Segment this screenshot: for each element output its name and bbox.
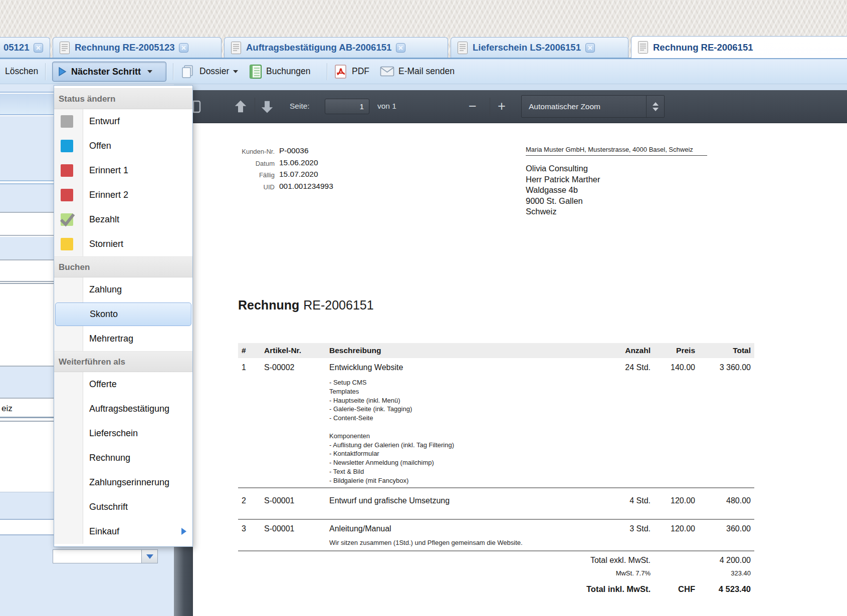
row-details: - Setup CMS Templates - Hauptseite (inkl… xyxy=(329,378,610,485)
menu-item-entwurf[interactable]: Entwurf xyxy=(54,109,192,134)
cell-qty: 3 Std. xyxy=(596,524,654,533)
menu-item-label: Offen xyxy=(89,141,111,151)
pdf-toolbar: Seite: von 1 − + Automatischer Zoom xyxy=(174,90,847,123)
next-step-label: Nächster Schritt xyxy=(71,67,141,77)
row-separator xyxy=(238,519,754,520)
send-email-label: E-Mail senden xyxy=(398,66,455,77)
menu-item-label: Entwurf xyxy=(89,116,120,127)
combobox-dropdown-button[interactable] xyxy=(141,549,158,563)
tab-label: Auftragsbestätigung AB-2006151 xyxy=(246,42,391,53)
total-incl-label: Total inkl. MwSt. xyxy=(329,584,654,594)
meta-label: Kunden-Nr. xyxy=(238,145,275,157)
menu-item-label: Zahlung xyxy=(89,284,122,295)
toolbar-separator xyxy=(173,63,174,80)
status-entwurf-icon xyxy=(61,115,73,128)
send-email-button[interactable]: E-Mail senden xyxy=(380,59,455,84)
menu-item-einkauf[interactable]: Einkauf xyxy=(54,519,192,544)
tab-label: Rechnung RE-2006151 xyxy=(653,42,753,53)
tab-bar: 05121 Rechnung RE-2005123 Auftragsbestät… xyxy=(0,35,847,59)
col-header-description: Beschreibung xyxy=(329,343,596,358)
close-icon[interactable] xyxy=(396,43,405,53)
close-icon[interactable] xyxy=(179,43,188,53)
menu-item-label: Gutschrift xyxy=(89,502,128,512)
menu-header-buchen: Buchen xyxy=(54,256,192,277)
invoice-table: # Artikel-Nr. Beschreibung Anzahl Preis … xyxy=(238,343,754,616)
row-separator xyxy=(238,487,754,488)
col-header-pos: # xyxy=(238,343,264,358)
receipt-icon xyxy=(59,41,70,55)
bookings-button[interactable]: Buchungen xyxy=(249,59,311,84)
menu-item-mehrertrag[interactable]: Mehrertrag xyxy=(54,327,192,351)
menu-item-erinnert-1[interactable]: Erinnert 1 xyxy=(54,158,192,183)
menu-item-offen[interactable]: Offen xyxy=(54,134,192,158)
cell-pos: 2 xyxy=(238,496,264,505)
toolbar-separator xyxy=(327,63,328,80)
pdf-label: PDF xyxy=(352,66,369,77)
dossier-icon xyxy=(180,64,195,79)
tab-re-2005121[interactable]: 05121 xyxy=(0,37,50,58)
vat-label: MwSt. 7.7% xyxy=(329,569,654,577)
page-number-input[interactable] xyxy=(325,99,369,114)
menu-item-label: Offerte xyxy=(89,379,117,390)
menu-item-label: Zahlungserinnerung xyxy=(89,477,169,488)
cell-price: 120.00 xyxy=(654,496,700,505)
page-count-label: von 1 xyxy=(377,102,396,111)
dossier-button[interactable]: Dossier xyxy=(180,59,238,84)
zoom-select[interactable]: Automatischer Zoom xyxy=(521,95,665,118)
menu-item-offerte[interactable]: Offerte xyxy=(54,372,192,397)
total-excl-value: 4 200.00 xyxy=(700,556,754,565)
col-header-total: Total xyxy=(700,343,754,358)
recipient-address: Olivia Consulting Herr Patrick Marther W… xyxy=(526,163,600,217)
next-step-button[interactable]: Nächster Schritt xyxy=(52,62,166,82)
delete-button[interactable]: Löschen xyxy=(5,59,38,84)
menu-header-weiterfuehren-als: Weiterführen als xyxy=(54,351,192,372)
menu-item-label: Mehrertrag xyxy=(89,334,133,344)
col-header-price: Preis xyxy=(654,343,700,358)
menu-item-rechnung[interactable]: Rechnung xyxy=(54,446,192,470)
totals-row-excl: Total exkl. MwSt. 4 200.00 xyxy=(238,556,754,565)
menu-item-label: Storniert xyxy=(89,239,123,249)
pdf-button[interactable]: PDF xyxy=(334,59,369,84)
menu-item-lieferschein[interactable]: Lieferschein xyxy=(54,421,192,446)
zoom-in-button[interactable]: + xyxy=(498,97,506,115)
vat-value: 323.40 xyxy=(700,569,754,577)
menu-item-skonto[interactable]: Skonto xyxy=(55,302,191,326)
pane-border-strip xyxy=(174,84,847,90)
cell-description: Entwurf und grafische Umsetzung xyxy=(329,496,596,505)
app-toolbar: Löschen Nächster Schritt Dossier Buchung… xyxy=(0,59,847,84)
chevron-down-icon xyxy=(147,70,152,73)
submenu-arrow-icon xyxy=(181,528,186,535)
menu-item-label: Einkauf xyxy=(89,526,119,537)
chevron-down-icon xyxy=(146,554,153,559)
meta-value: 001.001234993 xyxy=(279,181,333,193)
menu-item-zahlungserinnerung[interactable]: Zahlungserinnerung xyxy=(54,470,192,495)
menu-item-gutschrift[interactable]: Gutschrift xyxy=(54,495,192,519)
tab-lieferschein-ls-2006151[interactable]: Lieferschein LS-2006151 xyxy=(451,37,628,58)
page-down-icon[interactable] xyxy=(260,99,275,114)
menu-item-erinnert-2[interactable]: Erinnert 2 xyxy=(54,183,192,207)
sender-line: Maria Muster GmbH, Musterstrasse, 4000 B… xyxy=(526,146,707,156)
total-incl-value: 4 523.40 xyxy=(700,584,754,594)
table-row: 1 S-00002 Entwicklung Website 24 Std. 14… xyxy=(238,363,754,372)
bookings-label: Buchungen xyxy=(266,66,311,77)
menu-item-auftragsbestaetigung[interactable]: Auftragsbestätigung xyxy=(54,397,192,421)
tab-auftragsbestaetigung-ab-2006151[interactable]: Auftragsbestätigung AB-2006151 xyxy=(224,37,448,58)
cell-pos: 1 xyxy=(238,363,264,372)
close-icon[interactable] xyxy=(34,43,43,53)
tab-rechnung-re-2006151[interactable]: Rechnung RE-2006151 xyxy=(631,36,847,58)
meta-label: Datum xyxy=(238,157,275,169)
combobox-input[interactable] xyxy=(53,549,141,563)
menu-item-storniert[interactable]: Storniert xyxy=(54,232,192,256)
menu-item-label: Skonto xyxy=(90,309,118,320)
tab-rechnung-re-2005123[interactable]: Rechnung RE-2005123 xyxy=(53,37,222,58)
page-up-icon[interactable] xyxy=(233,99,248,114)
zoom-out-button[interactable]: − xyxy=(469,97,477,115)
cell-description: Entwicklung Website xyxy=(329,363,596,372)
menu-item-bezahlt[interactable]: Bezahlt xyxy=(54,207,192,232)
pdf-icon xyxy=(334,64,348,79)
close-icon[interactable] xyxy=(585,43,595,53)
cell-qty: 24 Std. xyxy=(596,363,654,372)
next-step-menu: Status ändern Entwurf Offen Erinnert 1 E… xyxy=(54,85,193,547)
menu-item-zahlung[interactable]: Zahlung xyxy=(54,277,192,302)
invoice-number: RE-2006151 xyxy=(303,298,373,312)
